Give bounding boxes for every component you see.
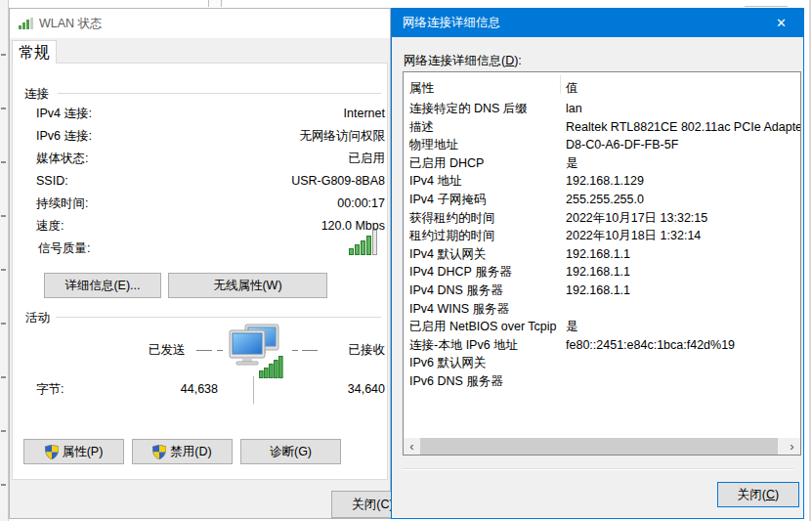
label-suffix: ): xyxy=(514,54,522,67)
close-button-prefix: 关闭( xyxy=(738,487,766,503)
details-row[interactable]: IPv4 WINS 服务器 xyxy=(404,300,800,319)
wlan-signal-icon xyxy=(19,18,33,29)
details-row[interactable]: IPv4 默认网关192.168.1.1 xyxy=(404,245,800,264)
bytes-received-value: 34,640 xyxy=(348,383,385,396)
details-value: 是 xyxy=(566,318,800,336)
tab-general[interactable]: 常规 xyxy=(12,40,57,64)
connection-group-label: 连接 xyxy=(22,86,51,103)
signal-quality-label: 信号质量: xyxy=(36,240,92,257)
details-value: 192.168.1.1 xyxy=(566,263,800,282)
close-icon[interactable]: ✕ xyxy=(759,9,803,37)
details-value: 2022年10月18日 1:32:14 xyxy=(566,227,800,245)
details-close-button[interactable]: 关闭(C) xyxy=(717,482,799,507)
connection-row: IPv4 连接:Internet xyxy=(13,103,387,125)
details-property: 连接-本地 IPv6 地址 xyxy=(404,336,566,355)
details-property: IPv6 DNS 服务器 xyxy=(404,372,566,391)
connection-row-label: SSID: xyxy=(36,170,68,193)
wireless-properties-button[interactable]: 无线属性(W) xyxy=(168,273,327,298)
details-value: lan xyxy=(566,100,800,118)
signal-bars-icon xyxy=(349,230,379,259)
connection-row-value: 无网络访问权限 xyxy=(300,125,386,148)
details-property: 已启用 DHCP xyxy=(404,154,566,173)
diagnose-button[interactable]: 诊断(G) xyxy=(240,439,341,464)
details-property: 描述 xyxy=(404,118,566,137)
details-value: 是 xyxy=(566,154,800,173)
details-property: 物理地址 xyxy=(404,136,566,154)
details-row[interactable]: IPv6 默认网关 xyxy=(404,354,800,372)
details-row[interactable]: 已启用 DHCP是 xyxy=(404,154,800,173)
connection-row: 持续时间:00:00:17 xyxy=(13,193,387,215)
details-property: IPv4 子网掩码 xyxy=(404,191,566,209)
disable-button-label: 禁用(D) xyxy=(170,444,211,460)
connector-line xyxy=(196,350,212,351)
details-row[interactable]: IPv4 DHCP 服务器192.168.1.1 xyxy=(404,263,800,282)
bytes-divider xyxy=(253,376,254,404)
connection-row-value: USR-G809-8BA8 xyxy=(291,170,385,193)
connection-row: 媒体状态:已启用 xyxy=(13,148,387,170)
uac-shield-icon xyxy=(152,445,166,459)
dialog-title: 网络连接详细信息 xyxy=(403,15,500,31)
details-value: 2022年10月17日 13:32:15 xyxy=(566,209,800,228)
details-row[interactable]: IPv4 DNS 服务器192.168.1.1 xyxy=(404,282,800,300)
received-label: 已接收 xyxy=(349,344,386,357)
details-value: 192.168.1.1 xyxy=(566,245,800,264)
disable-button[interactable]: 禁用(D) xyxy=(132,439,233,464)
details-property: 连接特定的 DNS 后缀 xyxy=(404,100,566,118)
details-row[interactable]: IPv4 地址192.168.1.129 xyxy=(404,172,800,191)
group-divider xyxy=(56,317,381,318)
details-row[interactable]: 获得租约的时间2022年10月17日 13:32:15 xyxy=(404,209,800,228)
details-property: IPv6 默认网关 xyxy=(404,354,566,372)
wlan-title-bar[interactable]: WLAN 状态 xyxy=(10,9,390,38)
details-property: IPv4 默认网关 xyxy=(404,245,566,264)
connection-row-value: 00:00:17 xyxy=(337,193,385,215)
group-divider xyxy=(58,93,381,94)
details-value: 255.255.255.0 xyxy=(566,191,800,209)
connector-line xyxy=(217,350,223,351)
connection-row-label: 持续时间: xyxy=(36,193,88,215)
horizontal-scrollbar[interactable]: ‹ › xyxy=(404,438,800,455)
scrollbar-thumb[interactable] xyxy=(420,438,778,455)
details-property: 获得租约的时间 xyxy=(404,209,566,228)
close-button-suffix: ) xyxy=(775,488,779,501)
details-row[interactable]: 已启用 NetBIOS over Tcpip是 xyxy=(404,318,800,336)
details-property: IPv4 DHCP 服务器 xyxy=(404,263,566,282)
properties-button[interactable]: 属性(P) xyxy=(23,439,124,464)
footer-divider xyxy=(402,468,793,469)
wlan-status-window: WLAN 状态 常规 连接 IPv4 连接:InternetIPv6 连接:无网… xyxy=(9,8,391,519)
details-value: fe80::2451:e84c:1bca:f42d%19 xyxy=(566,336,800,355)
bytes-sent-value: 44,638 xyxy=(110,383,218,396)
details-property: IPv4 地址 xyxy=(404,172,566,191)
details-row[interactable]: 物理地址D8-C0-A6-DF-FB-5F xyxy=(404,136,800,154)
general-tab-page: 连接 IPv4 连接:InternetIPv6 连接:无网络访问权限媒体状态:已… xyxy=(12,63,388,480)
scrollbar-track[interactable] xyxy=(420,438,784,455)
details-value: Realtek RTL8821CE 802.11ac PCIe Adapter xyxy=(566,118,800,137)
details-row[interactable]: 租约过期的时间2022年10月18日 1:32:14 xyxy=(404,227,800,245)
details-row[interactable]: 连接特定的 DNS 后缀lan xyxy=(404,100,800,118)
details-row[interactable]: 描述Realtek RTL8821CE 802.11ac PCIe Adapte… xyxy=(404,118,800,137)
column-divider xyxy=(560,75,561,94)
label-accesskey: D xyxy=(505,54,514,67)
scroll-left-icon[interactable]: ‹ xyxy=(404,438,420,455)
sent-label: 已发送 xyxy=(149,344,186,357)
connection-rows: IPv4 连接:InternetIPv6 连接:无网络访问权限媒体状态:已启用S… xyxy=(13,103,387,238)
connection-row: SSID:USR-G809-8BA8 xyxy=(13,170,387,193)
properties-button-label: 属性(P) xyxy=(63,444,104,460)
scroll-right-icon[interactable]: › xyxy=(784,438,800,455)
label-prefix: 网络连接详细信息( xyxy=(404,54,505,67)
details-row[interactable]: 连接-本地 IPv6 地址fe80::2451:e84c:1bca:f42d%1… xyxy=(404,336,800,355)
details-title-bar[interactable]: 网络连接详细信息 ✕ xyxy=(392,9,803,37)
details-button[interactable]: 详细信息(E)... xyxy=(44,273,161,298)
background-window-fragment xyxy=(208,0,222,7)
details-value: D8-C0-A6-DF-FB-5F xyxy=(566,136,800,154)
details-row[interactable]: IPv4 子网掩码255.255.255.0 xyxy=(404,191,800,209)
connection-row-label: IPv6 连接: xyxy=(36,125,92,148)
details-row[interactable]: IPv6 DNS 服务器 xyxy=(404,372,800,391)
column-header-property: 属性 xyxy=(409,80,434,97)
details-value xyxy=(566,372,800,391)
details-listview[interactable]: 属性 值 连接特定的 DNS 后缀lan描述Realtek RTL8821CE … xyxy=(403,71,801,456)
window-title: WLAN 状态 xyxy=(39,18,103,30)
connection-row-value: Internet xyxy=(344,103,385,125)
details-value: 192.168.1.129 xyxy=(566,172,800,191)
details-value xyxy=(566,354,800,372)
connection-row: IPv6 连接:无网络访问权限 xyxy=(13,125,387,148)
